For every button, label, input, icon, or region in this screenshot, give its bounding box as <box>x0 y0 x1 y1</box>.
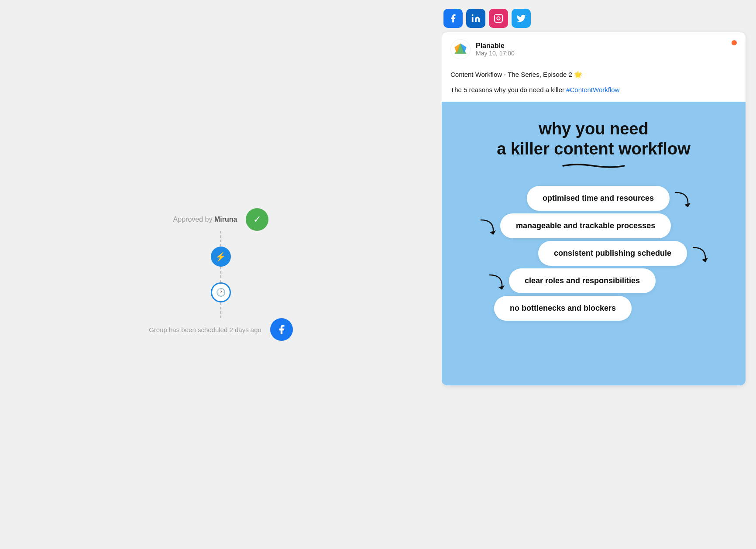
reason-row-5: no bottlenecks and blockers <box>459 296 728 321</box>
orange-status-dot <box>732 40 737 45</box>
svg-rect-2 <box>495 14 502 22</box>
dashed-line-3 <box>220 302 221 318</box>
post-line2: The 5 reasons why you do need a killer <box>450 86 566 93</box>
reason-row-2: manageable and trackable processes <box>459 213 728 238</box>
reason-pill-5: no bottlenecks and blockers <box>494 296 632 321</box>
twitter-tab[interactable] <box>512 9 531 28</box>
approved-text: Approved by Miruna <box>173 216 237 223</box>
connector-section: ⚡ 🕐 <box>211 231 231 318</box>
reasons-list: optimised time and resources manageable … <box>459 186 728 323</box>
facebook-scheduled-icon <box>270 318 293 341</box>
approved-check-icon: ✓ <box>246 208 268 231</box>
left-panel: Approved by Miruna ✓ ⚡ 🕐 Group has been … <box>0 0 442 549</box>
reason-pill-3: consistent publishing schedule <box>538 241 687 266</box>
post-line1: Content Workflow - The Series, Episode 2… <box>450 71 582 78</box>
planable-logo <box>450 39 471 59</box>
reason-row-3: consistent publishing schedule <box>459 241 728 266</box>
infographic: why you need a killer content workflow o… <box>442 102 746 385</box>
scheduled-row: Group has been scheduled 2 days ago <box>149 318 293 341</box>
reason-row-4: clear roles and responsibilities <box>459 268 728 293</box>
reason-pill-2: manageable and trackable processes <box>500 213 671 238</box>
svg-point-1 <box>472 14 474 16</box>
infographic-title: why you need a killer content workflow <box>497 119 690 159</box>
instagram-tab[interactable] <box>489 9 508 28</box>
clock-icon: 🕐 <box>211 282 231 302</box>
workflow-container: Approved by Miruna ✓ ⚡ 🕐 Group has been … <box>149 208 293 341</box>
dashed-line-1 <box>220 231 221 247</box>
dashed-line-2 <box>220 267 221 282</box>
arrow-1 <box>671 189 693 208</box>
arrow-2 <box>477 216 498 236</box>
post-date: May 10, 17:00 <box>476 50 515 57</box>
underline-decoration <box>559 162 629 170</box>
svg-point-3 <box>497 17 500 20</box>
facebook-tab[interactable] <box>443 9 463 28</box>
svg-rect-0 <box>472 17 474 22</box>
linkedin-tab[interactable] <box>466 9 485 28</box>
reason-row-1: optimised time and resources <box>459 186 728 211</box>
arrow-4 <box>485 271 507 291</box>
post-text: Content Workflow - The Series, Episode 2… <box>442 66 746 102</box>
reason-pill-1: optimised time and resources <box>527 186 670 211</box>
lightning-icon: ⚡ <box>211 247 231 267</box>
right-panel: Planable May 10, 17:00 Content Workflow … <box>442 0 756 549</box>
social-bar <box>442 9 746 28</box>
approved-row: Approved by Miruna ✓ <box>173 208 269 231</box>
post-header: Planable May 10, 17:00 <box>442 32 746 66</box>
post-meta: Planable May 10, 17:00 <box>476 42 515 57</box>
post-brand-name: Planable <box>476 42 515 50</box>
post-hashtag: #ContentWorkflow <box>566 86 619 93</box>
arrow-3 <box>689 244 711 263</box>
scheduled-text: Group has been scheduled 2 days ago <box>149 326 261 333</box>
post-card: Planable May 10, 17:00 Content Workflow … <box>442 32 746 385</box>
reason-pill-4: clear roles and responsibilities <box>509 268 656 293</box>
